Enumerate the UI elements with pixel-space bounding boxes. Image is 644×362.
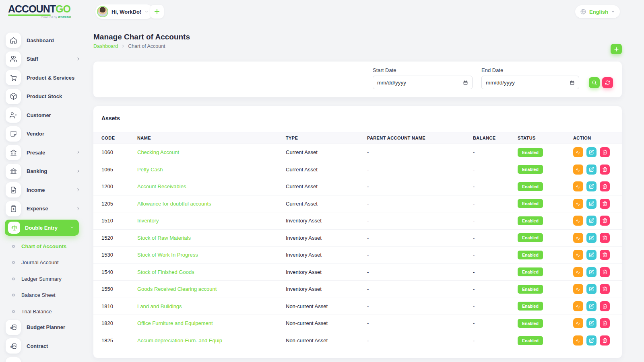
account-name-link[interactable]: Goods Received Clearing account: [137, 286, 286, 292]
sidebar-item-presale[interactable]: Presale: [6, 145, 80, 160]
delete-button[interactable]: [600, 335, 610, 346]
breadcrumb-dashboard-link[interactable]: Dashboard: [93, 43, 118, 49]
sidebar-item-vendor[interactable]: Vendor: [6, 126, 80, 142]
delete-button[interactable]: [600, 267, 610, 277]
account-name-link[interactable]: Account Receivables: [137, 183, 286, 189]
sidebar-item-journal-account[interactable]: Journal Account: [0, 255, 85, 271]
activity-button[interactable]: [573, 165, 583, 175]
start-date-input[interactable]: mm/dd/yyyy: [373, 76, 473, 89]
account-name-link[interactable]: Stock of Work In Progress: [137, 252, 286, 258]
sidebar-item-partial[interactable]: [6, 357, 80, 362]
edit-button[interactable]: [586, 181, 597, 191]
delete-button[interactable]: [600, 284, 610, 294]
account-name-link[interactable]: Allowance for doubtful accounts: [137, 201, 286, 207]
account-type: Non-current Asset: [286, 320, 367, 326]
edit-button[interactable]: [586, 318, 597, 328]
row-actions: [573, 301, 614, 311]
delete-button[interactable]: [600, 165, 610, 175]
activity-button[interactable]: [573, 233, 583, 243]
table-row: 1550 Goods Received Clearing account Inv…: [93, 281, 622, 298]
table-row: 1200 Account Receivables Current Asset -…: [93, 178, 622, 195]
delete-button[interactable]: [600, 301, 610, 311]
account-type: Inventory Asset: [286, 252, 367, 258]
account-name-link[interactable]: Land and Buildings: [137, 303, 286, 309]
bullet-icon: [12, 261, 15, 264]
search-button[interactable]: [589, 77, 600, 88]
account-code: 1530: [101, 252, 137, 258]
sidebar-item-balance-sheet[interactable]: Balance Sheet: [0, 287, 85, 304]
edit-button[interactable]: [586, 216, 597, 226]
account-code: 1810: [101, 303, 137, 309]
account-name-link[interactable]: Checking Account: [137, 149, 286, 155]
sidebar-item-customer[interactable]: Customer: [6, 107, 80, 123]
activity-button[interactable]: [573, 250, 583, 260]
sidebar-item-budget-planner[interactable]: $ Budget Planner: [6, 320, 80, 335]
sidebar-item-expense[interactable]: $ Expense: [6, 201, 80, 216]
end-date-input[interactable]: mm/dd/yyyy: [481, 76, 579, 89]
delete-button[interactable]: [600, 199, 610, 209]
activity-button[interactable]: [573, 147, 583, 157]
edit-button[interactable]: [586, 284, 597, 294]
reset-button[interactable]: [602, 77, 613, 88]
account-type: Non-current Asset: [286, 303, 367, 309]
parent-account: -: [367, 235, 473, 241]
trash-icon: [602, 201, 607, 206]
sidebar-item-staff[interactable]: Staff: [6, 51, 80, 67]
delete-button[interactable]: [600, 181, 610, 191]
activity-button[interactable]: [573, 216, 583, 226]
table-row: 1060 Checking Account Current Asset - - …: [93, 144, 622, 161]
table-body: 1060 Checking Account Current Asset - - …: [93, 144, 622, 349]
activity-button[interactable]: [573, 284, 583, 294]
edit-button[interactable]: [586, 165, 597, 175]
account-code: 1825: [101, 337, 137, 343]
account-type: Inventory Asset: [286, 235, 367, 241]
sidebar-item-trial-balance[interactable]: Trial Balance: [0, 303, 85, 320]
delete-button[interactable]: [600, 216, 610, 226]
sidebar-item-product-stock[interactable]: Product Stock: [6, 89, 80, 104]
delete-button[interactable]: [600, 147, 610, 157]
delete-button[interactable]: [600, 250, 610, 260]
add-workspace-button[interactable]: [150, 5, 164, 19]
activity-button[interactable]: [573, 318, 583, 328]
delete-button[interactable]: [600, 318, 610, 328]
assets-table-card: Assets CODE NAME TYPE PARENT ACCOUNT NAM…: [93, 106, 622, 358]
account-type: Inventory Asset: [286, 286, 367, 292]
activity-icon: [576, 338, 581, 343]
edit-button[interactable]: [586, 335, 597, 346]
sidebar-item-dashboard[interactable]: Dashboard: [6, 33, 80, 48]
edit-button[interactable]: [586, 233, 597, 243]
edit-icon: [589, 269, 594, 275]
account-name-link[interactable]: Petty Cash: [137, 167, 286, 173]
trash-icon: [602, 252, 607, 257]
activity-button[interactable]: [573, 335, 583, 346]
edit-button[interactable]: [586, 301, 597, 311]
edit-icon: [589, 218, 594, 223]
edit-button[interactable]: [586, 267, 597, 277]
activity-button[interactable]: [573, 199, 583, 209]
edit-button[interactable]: [586, 250, 597, 260]
language-selector[interactable]: English: [575, 5, 620, 18]
activity-button[interactable]: [573, 301, 583, 311]
sidebar-item-double-entry[interactable]: Double Entry: [5, 220, 79, 236]
chevron-right-icon: [121, 43, 125, 49]
workspace-menu[interactable]: Hi, WorkDo!: [95, 4, 153, 19]
activity-button[interactable]: [573, 267, 583, 277]
sidebar-item-ledger-summary[interactable]: Ledger Summary: [0, 271, 85, 287]
status-badge: Enabled: [518, 233, 543, 242]
sidebar-item-banking[interactable]: Banking: [6, 164, 80, 179]
account-name-link[interactable]: Inventory: [137, 218, 286, 224]
account-name-link[interactable]: Stock of Finished Goods: [137, 269, 286, 275]
account-name-link[interactable]: Office Furniture and Equipement: [137, 320, 286, 326]
sidebar-item-chart-of-accounts[interactable]: Chart of Accounts: [0, 238, 85, 255]
activity-button[interactable]: [573, 181, 583, 191]
add-account-button[interactable]: [611, 44, 622, 54]
sidebar-item-contract[interactable]: $ Contract: [6, 338, 80, 354]
account-name-link[interactable]: Stock of Raw Materials: [137, 235, 286, 241]
edit-button[interactable]: [586, 199, 597, 209]
edit-button[interactable]: [586, 147, 597, 157]
account-name-link[interactable]: Accum.depreciation-Furn. and Equip: [137, 337, 286, 343]
app-logo[interactable]: ACCOUNTGO Powered By WORKDO: [8, 4, 70, 16]
sidebar-item-product-services[interactable]: Product & Services: [6, 70, 80, 85]
delete-button[interactable]: [600, 233, 610, 243]
sidebar-item-income[interactable]: Income: [6, 182, 80, 197]
